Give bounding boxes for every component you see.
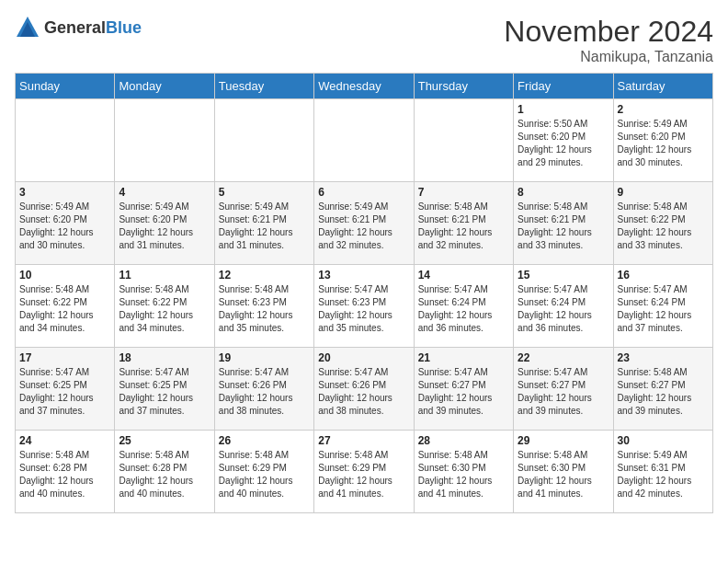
day-detail: Sunrise: 5:48 AM Sunset: 6:22 PM Dayligh… — [119, 283, 210, 335]
calendar-cell-3-0: 17Sunrise: 5:47 AM Sunset: 6:25 PM Dayli… — [16, 348, 115, 431]
day-number: 10 — [19, 269, 110, 282]
calendar-cell-2-3: 13Sunrise: 5:47 AM Sunset: 6:23 PM Dayli… — [314, 265, 414, 348]
day-number: 2 — [618, 103, 709, 116]
day-detail: Sunrise: 5:47 AM Sunset: 6:26 PM Dayligh… — [219, 366, 310, 418]
calendar-cell-0-6: 2Sunrise: 5:49 AM Sunset: 6:20 PM Daylig… — [613, 99, 712, 182]
day-number: 16 — [618, 269, 709, 282]
day-number: 20 — [318, 351, 409, 364]
header-tuesday: Tuesday — [214, 74, 313, 99]
day-detail: Sunrise: 5:47 AM Sunset: 6:26 PM Dayligh… — [318, 366, 409, 418]
day-number: 27 — [318, 434, 409, 447]
calendar-cell-4-2: 26Sunrise: 5:48 AM Sunset: 6:29 PM Dayli… — [214, 431, 313, 513]
location-subtitle: Namikupa, Tanzania — [504, 49, 713, 65]
day-detail: Sunrise: 5:47 AM Sunset: 6:25 PM Dayligh… — [19, 366, 110, 418]
day-detail: Sunrise: 5:48 AM Sunset: 6:27 PM Dayligh… — [618, 366, 709, 418]
logo: GeneralBlue — [15, 15, 142, 40]
day-number: 28 — [418, 434, 509, 447]
day-number: 9 — [618, 186, 709, 199]
header-saturday: Saturday — [613, 74, 712, 99]
day-detail: Sunrise: 5:48 AM Sunset: 6:29 PM Dayligh… — [219, 449, 310, 500]
logo-text-blue: Blue — [106, 18, 142, 37]
calendar-cell-3-2: 19Sunrise: 5:47 AM Sunset: 6:26 PM Dayli… — [214, 348, 313, 431]
day-number: 23 — [618, 351, 709, 364]
calendar-cell-4-4: 28Sunrise: 5:48 AM Sunset: 6:30 PM Dayli… — [414, 431, 513, 513]
calendar-cell-4-5: 29Sunrise: 5:48 AM Sunset: 6:30 PM Dayli… — [514, 431, 613, 513]
calendar-cell-3-1: 18Sunrise: 5:47 AM Sunset: 6:25 PM Dayli… — [115, 348, 214, 431]
day-number: 17 — [19, 351, 110, 364]
day-number: 4 — [119, 186, 210, 199]
day-detail: Sunrise: 5:50 AM Sunset: 6:20 PM Dayligh… — [518, 118, 609, 169]
header-wednesday: Wednesday — [314, 74, 414, 99]
calendar-cell-3-4: 21Sunrise: 5:47 AM Sunset: 6:27 PM Dayli… — [414, 348, 513, 431]
title-block: November 2024 Namikupa, Tanzania — [504, 15, 713, 65]
day-number: 5 — [219, 186, 310, 199]
day-number: 11 — [119, 269, 210, 282]
day-detail: Sunrise: 5:48 AM Sunset: 6:28 PM Dayligh… — [119, 449, 210, 500]
calendar-cell-1-4: 7Sunrise: 5:48 AM Sunset: 6:21 PM Daylig… — [414, 182, 513, 265]
day-number: 3 — [19, 186, 110, 199]
day-detail: Sunrise: 5:47 AM Sunset: 6:27 PM Dayligh… — [518, 366, 609, 418]
calendar-cell-0-2 — [214, 99, 313, 182]
day-number: 6 — [318, 186, 409, 199]
day-number: 12 — [219, 269, 310, 282]
calendar-cell-1-6: 9Sunrise: 5:48 AM Sunset: 6:22 PM Daylig… — [613, 182, 712, 265]
day-number: 25 — [119, 434, 210, 447]
day-number: 1 — [518, 103, 609, 116]
day-number: 30 — [618, 434, 709, 447]
calendar-header-row: Sunday Monday Tuesday Wednesday Thursday… — [16, 74, 713, 99]
day-number: 7 — [418, 186, 509, 199]
day-number: 29 — [518, 434, 609, 447]
header-sunday: Sunday — [16, 74, 115, 99]
day-detail: Sunrise: 5:47 AM Sunset: 6:23 PM Dayligh… — [318, 283, 409, 335]
day-number: 8 — [518, 186, 609, 199]
calendar-cell-0-3 — [314, 99, 414, 182]
calendar-table: Sunday Monday Tuesday Wednesday Thursday… — [15, 73, 713, 513]
day-detail: Sunrise: 5:48 AM Sunset: 6:22 PM Dayligh… — [19, 283, 110, 335]
logo-icon — [15, 15, 40, 40]
day-detail: Sunrise: 5:48 AM Sunset: 6:30 PM Dayligh… — [418, 449, 509, 500]
day-detail: Sunrise: 5:49 AM Sunset: 6:20 PM Dayligh… — [618, 118, 709, 169]
day-detail: Sunrise: 5:49 AM Sunset: 6:31 PM Dayligh… — [618, 449, 709, 500]
day-detail: Sunrise: 5:49 AM Sunset: 6:20 PM Dayligh… — [119, 201, 210, 252]
calendar-cell-0-4 — [414, 99, 513, 182]
header-monday: Monday — [115, 74, 214, 99]
calendar-cell-2-4: 14Sunrise: 5:47 AM Sunset: 6:24 PM Dayli… — [414, 265, 513, 348]
day-detail: Sunrise: 5:49 AM Sunset: 6:21 PM Dayligh… — [219, 201, 310, 252]
calendar-cell-0-1 — [115, 99, 214, 182]
day-number: 18 — [119, 351, 210, 364]
day-detail: Sunrise: 5:47 AM Sunset: 6:25 PM Dayligh… — [119, 366, 210, 418]
calendar-cell-3-3: 20Sunrise: 5:47 AM Sunset: 6:26 PM Dayli… — [314, 348, 414, 431]
calendar-cell-4-3: 27Sunrise: 5:48 AM Sunset: 6:29 PM Dayli… — [314, 431, 414, 513]
calendar-cell-3-6: 23Sunrise: 5:48 AM Sunset: 6:27 PM Dayli… — [613, 348, 712, 431]
calendar-cell-4-0: 24Sunrise: 5:48 AM Sunset: 6:28 PM Dayli… — [16, 431, 115, 513]
calendar-cell-0-5: 1Sunrise: 5:50 AM Sunset: 6:20 PM Daylig… — [514, 99, 613, 182]
calendar-cell-1-0: 3Sunrise: 5:49 AM Sunset: 6:20 PM Daylig… — [16, 182, 115, 265]
day-number: 13 — [318, 269, 409, 282]
day-detail: Sunrise: 5:47 AM Sunset: 6:24 PM Dayligh… — [518, 283, 609, 335]
day-detail: Sunrise: 5:47 AM Sunset: 6:27 PM Dayligh… — [418, 366, 509, 418]
calendar-cell-2-6: 16Sunrise: 5:47 AM Sunset: 6:24 PM Dayli… — [613, 265, 712, 348]
calendar-cell-1-5: 8Sunrise: 5:48 AM Sunset: 6:21 PM Daylig… — [514, 182, 613, 265]
calendar-cell-2-0: 10Sunrise: 5:48 AM Sunset: 6:22 PM Dayli… — [16, 265, 115, 348]
day-detail: Sunrise: 5:48 AM Sunset: 6:21 PM Dayligh… — [418, 201, 509, 252]
day-number: 26 — [219, 434, 310, 447]
day-number: 21 — [418, 351, 509, 364]
calendar-cell-4-6: 30Sunrise: 5:49 AM Sunset: 6:31 PM Dayli… — [613, 431, 712, 513]
week-row-2: 10Sunrise: 5:48 AM Sunset: 6:22 PM Dayli… — [16, 265, 713, 348]
day-detail: Sunrise: 5:49 AM Sunset: 6:21 PM Dayligh… — [318, 201, 409, 252]
day-detail: Sunrise: 5:48 AM Sunset: 6:22 PM Dayligh… — [618, 201, 709, 252]
week-row-0: 1Sunrise: 5:50 AM Sunset: 6:20 PM Daylig… — [16, 99, 713, 182]
week-row-1: 3Sunrise: 5:49 AM Sunset: 6:20 PM Daylig… — [16, 182, 713, 265]
calendar-cell-1-2: 5Sunrise: 5:49 AM Sunset: 6:21 PM Daylig… — [214, 182, 313, 265]
day-number: 15 — [518, 269, 609, 282]
day-number: 22 — [518, 351, 609, 364]
calendar-cell-2-5: 15Sunrise: 5:47 AM Sunset: 6:24 PM Dayli… — [514, 265, 613, 348]
day-number: 19 — [219, 351, 310, 364]
week-row-4: 24Sunrise: 5:48 AM Sunset: 6:28 PM Dayli… — [16, 431, 713, 513]
day-detail: Sunrise: 5:49 AM Sunset: 6:20 PM Dayligh… — [19, 201, 110, 252]
day-detail: Sunrise: 5:47 AM Sunset: 6:24 PM Dayligh… — [618, 283, 709, 335]
day-detail: Sunrise: 5:48 AM Sunset: 6:30 PM Dayligh… — [518, 449, 609, 500]
calendar-cell-2-1: 11Sunrise: 5:48 AM Sunset: 6:22 PM Dayli… — [115, 265, 214, 348]
calendar-cell-1-3: 6Sunrise: 5:49 AM Sunset: 6:21 PM Daylig… — [314, 182, 414, 265]
day-detail: Sunrise: 5:48 AM Sunset: 6:29 PM Dayligh… — [318, 449, 409, 500]
